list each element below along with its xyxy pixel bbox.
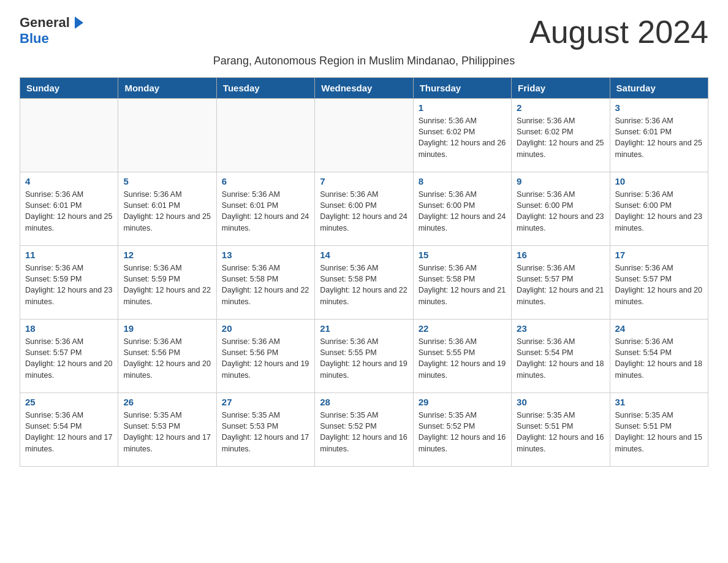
calendar-week-row: 11Sunrise: 5:36 AMSunset: 5:59 PMDayligh… (20, 246, 708, 320)
calendar-week-row: 25Sunrise: 5:36 AMSunset: 5:54 PMDayligh… (20, 393, 708, 467)
calendar-cell: 12Sunrise: 5:36 AMSunset: 5:59 PMDayligh… (118, 246, 216, 320)
calendar-cell: 11Sunrise: 5:36 AMSunset: 5:59 PMDayligh… (20, 246, 118, 320)
day-info: Sunrise: 5:36 AMSunset: 6:00 PMDaylight:… (419, 189, 506, 234)
calendar-cell: 6Sunrise: 5:36 AMSunset: 6:01 PMDaylight… (216, 172, 314, 246)
day-info: Sunrise: 5:36 AMSunset: 5:54 PMDaylight:… (517, 336, 604, 381)
day-info: Sunrise: 5:35 AMSunset: 5:52 PMDaylight:… (419, 410, 506, 454)
logo-wrapper: General Blue (20, 15, 83, 47)
day-info: Sunrise: 5:36 AMSunset: 6:02 PMDaylight:… (517, 115, 604, 160)
calendar-week-row: 18Sunrise: 5:36 AMSunset: 5:57 PMDayligh… (20, 320, 708, 393)
calendar-cell: 13Sunrise: 5:36 AMSunset: 5:58 PMDayligh… (216, 246, 314, 320)
calendar-cell: 10Sunrise: 5:36 AMSunset: 6:00 PMDayligh… (610, 172, 708, 246)
day-info: Sunrise: 5:36 AMSunset: 5:55 PMDaylight:… (320, 336, 408, 381)
calendar-cell: 16Sunrise: 5:36 AMSunset: 5:57 PMDayligh… (512, 246, 610, 320)
day-info: Sunrise: 5:36 AMSunset: 6:01 PMDaylight:… (123, 189, 211, 234)
calendar-cell (118, 99, 216, 172)
day-info: Sunrise: 5:35 AMSunset: 5:51 PMDaylight:… (517, 410, 604, 454)
logo-triangle-icon (75, 17, 83, 29)
calendar-cell (216, 99, 314, 172)
day-number: 27 (222, 397, 309, 407)
day-number: 15 (419, 250, 506, 260)
day-number: 29 (419, 397, 506, 407)
calendar-cell: 25Sunrise: 5:36 AMSunset: 5:54 PMDayligh… (20, 393, 118, 467)
calendar-cell: 31Sunrise: 5:35 AMSunset: 5:51 PMDayligh… (610, 393, 708, 467)
day-info: Sunrise: 5:36 AMSunset: 5:59 PMDaylight:… (123, 262, 211, 307)
day-info: Sunrise: 5:36 AMSunset: 5:54 PMDaylight:… (615, 336, 703, 381)
calendar-cell: 19Sunrise: 5:36 AMSunset: 5:56 PMDayligh… (118, 320, 216, 393)
calendar-cell: 3Sunrise: 5:36 AMSunset: 6:01 PMDaylight… (610, 99, 708, 172)
day-number: 24 (615, 323, 703, 334)
day-number: 13 (222, 250, 309, 260)
calendar-cell: 4Sunrise: 5:36 AMSunset: 6:01 PMDaylight… (20, 172, 118, 246)
day-number: 14 (320, 250, 408, 260)
calendar-cell: 14Sunrise: 5:36 AMSunset: 5:58 PMDayligh… (315, 246, 413, 320)
day-info: Sunrise: 5:36 AMSunset: 5:58 PMDaylight:… (419, 262, 506, 307)
day-number: 19 (123, 323, 211, 334)
day-of-week-header: Saturday (610, 78, 708, 99)
calendar-cell: 29Sunrise: 5:35 AMSunset: 5:52 PMDayligh… (413, 393, 511, 467)
day-info: Sunrise: 5:35 AMSunset: 5:53 PMDaylight:… (123, 410, 211, 454)
day-number: 21 (320, 323, 408, 334)
day-info: Sunrise: 5:36 AMSunset: 6:00 PMDaylight:… (517, 189, 604, 234)
calendar-cell: 5Sunrise: 5:36 AMSunset: 6:01 PMDaylight… (118, 172, 216, 246)
day-info: Sunrise: 5:36 AMSunset: 6:01 PMDaylight:… (222, 189, 309, 234)
day-info: Sunrise: 5:36 AMSunset: 5:57 PMDaylight:… (25, 336, 113, 381)
day-number: 7 (320, 176, 408, 186)
day-number: 25 (25, 397, 113, 407)
calendar-cell: 17Sunrise: 5:36 AMSunset: 5:57 PMDayligh… (610, 246, 708, 320)
day-info: Sunrise: 5:36 AMSunset: 6:01 PMDaylight:… (25, 189, 113, 234)
day-number: 8 (419, 176, 506, 186)
calendar-cell: 21Sunrise: 5:36 AMSunset: 5:55 PMDayligh… (315, 320, 413, 393)
calendar-cell: 7Sunrise: 5:36 AMSunset: 6:00 PMDaylight… (315, 172, 413, 246)
calendar-cell: 23Sunrise: 5:36 AMSunset: 5:54 PMDayligh… (512, 320, 610, 393)
calendar-cell: 28Sunrise: 5:35 AMSunset: 5:52 PMDayligh… (315, 393, 413, 467)
day-number: 23 (517, 323, 604, 334)
day-of-week-header: Sunday (20, 78, 118, 99)
day-of-week-header: Monday (118, 78, 216, 99)
calendar-week-row: 1Sunrise: 5:36 AMSunset: 6:02 PMDaylight… (20, 99, 708, 172)
subtitle: Parang, Autonomous Region in Muslim Mind… (20, 55, 708, 67)
calendar-cell: 20Sunrise: 5:36 AMSunset: 5:56 PMDayligh… (216, 320, 314, 393)
day-number: 16 (517, 250, 604, 260)
day-info: Sunrise: 5:36 AMSunset: 6:00 PMDaylight:… (320, 189, 408, 234)
day-info: Sunrise: 5:36 AMSunset: 6:01 PMDaylight:… (615, 115, 703, 160)
calendar-cell: 1Sunrise: 5:36 AMSunset: 6:02 PMDaylight… (413, 99, 511, 172)
day-number: 2 (517, 102, 604, 113)
calendar-cell: 15Sunrise: 5:36 AMSunset: 5:58 PMDayligh… (413, 246, 511, 320)
logo: General (20, 15, 83, 31)
day-number: 1 (419, 102, 506, 113)
day-number: 3 (615, 102, 703, 113)
day-of-week-header: Tuesday (216, 78, 314, 99)
day-number: 30 (517, 397, 604, 407)
day-info: Sunrise: 5:36 AMSunset: 5:55 PMDaylight:… (419, 336, 506, 381)
day-number: 11 (25, 250, 113, 260)
day-info: Sunrise: 5:36 AMSunset: 5:56 PMDaylight:… (123, 336, 211, 381)
calendar-cell: 24Sunrise: 5:36 AMSunset: 5:54 PMDayligh… (610, 320, 708, 393)
day-number: 20 (222, 323, 309, 334)
day-info: Sunrise: 5:36 AMSunset: 5:54 PMDaylight:… (25, 410, 113, 454)
day-info: Sunrise: 5:36 AMSunset: 6:02 PMDaylight:… (419, 115, 506, 160)
calendar-cell (315, 99, 413, 172)
calendar-cell: 30Sunrise: 5:35 AMSunset: 5:51 PMDayligh… (512, 393, 610, 467)
calendar-cell: 27Sunrise: 5:35 AMSunset: 5:53 PMDayligh… (216, 393, 314, 467)
day-info: Sunrise: 5:36 AMSunset: 6:00 PMDaylight:… (615, 189, 703, 234)
day-info: Sunrise: 5:36 AMSunset: 5:59 PMDaylight:… (25, 262, 113, 307)
month-title: August 2024 (529, 15, 708, 50)
day-info: Sunrise: 5:36 AMSunset: 5:57 PMDaylight:… (615, 262, 703, 307)
calendar-cell: 8Sunrise: 5:36 AMSunset: 6:00 PMDaylight… (413, 172, 511, 246)
day-info: Sunrise: 5:35 AMSunset: 5:51 PMDaylight:… (615, 410, 703, 454)
day-of-week-header: Thursday (413, 78, 511, 99)
day-number: 18 (25, 323, 113, 334)
day-number: 28 (320, 397, 408, 407)
calendar: SundayMondayTuesdayWednesdayThursdayFrid… (20, 77, 708, 467)
day-of-week-header: Friday (512, 78, 610, 99)
day-info: Sunrise: 5:36 AMSunset: 5:58 PMDaylight:… (222, 262, 309, 307)
header: General Blue August 2024 (20, 15, 708, 50)
logo-text-general: General (20, 15, 70, 31)
day-number: 9 (517, 176, 604, 186)
calendar-header-row: SundayMondayTuesdayWednesdayThursdayFrid… (20, 78, 708, 99)
day-number: 5 (123, 176, 211, 186)
calendar-cell: 2Sunrise: 5:36 AMSunset: 6:02 PMDaylight… (512, 99, 610, 172)
day-number: 26 (123, 397, 211, 407)
day-info: Sunrise: 5:35 AMSunset: 5:52 PMDaylight:… (320, 410, 408, 454)
